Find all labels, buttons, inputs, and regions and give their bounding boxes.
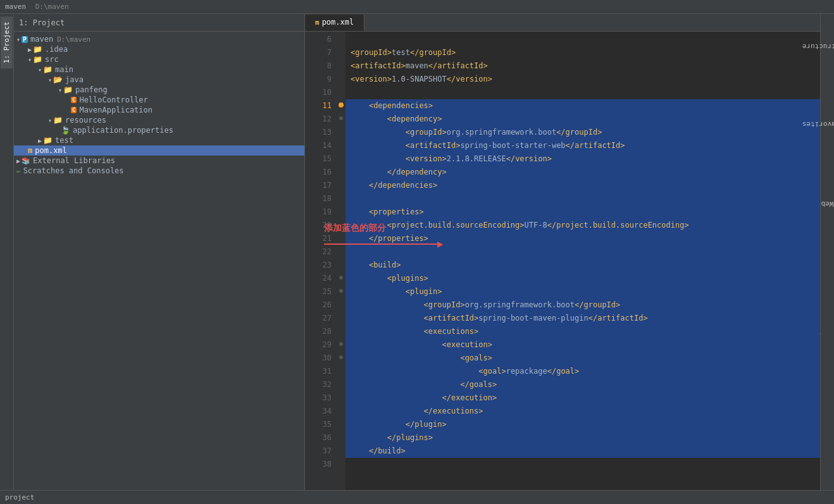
line-num-6: 6: [305, 33, 332, 46]
folder-icon-resources: 📁: [53, 116, 63, 125]
gutter-31: [337, 364, 345, 377]
project-title: maven: [5, 3, 26, 11]
code-line-27: <artifactId>spring-boot-maven-plugin</ar…: [345, 312, 820, 325]
properties-icon: 🍃: [61, 126, 70, 135]
right-tab-web[interactable]: Web: [816, 198, 834, 210]
tree-label-idea: .idea: [45, 45, 68, 54]
line-num-13: 13: [305, 126, 332, 139]
tree-item-hello[interactable]: C HelloController: [14, 95, 304, 105]
expand-arrow-src: ▾: [28, 56, 32, 63]
line-num-22: 22: [305, 245, 332, 259]
code-line-11: <dependencies>: [345, 99, 820, 113]
tab-pom-xml[interactable]: m pom.xml: [305, 15, 364, 31]
tree-item-pom[interactable]: m pom.xml: [14, 145, 304, 156]
tree-label-scratches: Scratches and Consoles: [23, 166, 124, 175]
code-line-13: <groupId>org.springframework.boot</group…: [345, 126, 820, 139]
fold-marker-30: [339, 355, 343, 359]
code-line-6: [345, 33, 820, 46]
code-line-28: <executions> ◄: [345, 325, 820, 338]
right-tab-favorites[interactable]: 2: Favorites: [797, 119, 834, 131]
code-line-15: <version>2.1.8.RELEASE</version>: [345, 152, 820, 166]
gutter-32: [337, 377, 345, 390]
code-line-37: </build>: [345, 445, 820, 458]
tree-item-main[interactable]: ▾ 📁 main: [14, 65, 304, 75]
bottom-bar-text: project: [5, 493, 34, 501]
gutter-14: [337, 138, 345, 151]
tree-label-src: src: [45, 55, 59, 64]
line-num-25: 25: [305, 285, 332, 298]
project-panel-header: 1: Project: [14, 14, 304, 32]
tree-item-ext-libs[interactable]: ▶ 📚 External Libraries: [14, 156, 304, 166]
tree-item-app-props[interactable]: 🍃 application.properties: [14, 125, 304, 135]
arrow-pointer: ◄: [819, 326, 820, 340]
code-line-16: </dependency>: [345, 166, 820, 179]
fold-marker-12: [339, 116, 343, 120]
line-num-34: 34: [305, 405, 332, 418]
project-tab[interactable]: 1: Project: [1, 16, 13, 68]
gutter-37: [337, 443, 345, 457]
tree-label-java: java: [65, 75, 84, 84]
tree-item-java[interactable]: ▾ 📂 java: [14, 75, 304, 85]
tree-label-maven-app: MavenApplication: [79, 106, 152, 114]
line-num-23: 23: [305, 259, 332, 272]
code-line-12: <dependency>: [345, 113, 820, 126]
tree-item-test[interactable]: ▶ 📁 test: [14, 135, 304, 145]
editor-area: 添加蓝色的部分 ▶ m pom.xml 6 7 8 9 10 11 12 13: [305, 14, 820, 490]
gutter-11: [337, 98, 345, 111]
gutter-18: [337, 191, 345, 204]
code-line-36: </plugins>: [345, 431, 820, 445]
tree-item-maven[interactable]: ▾ P maven D:\maven: [14, 34, 304, 44]
gutter-28: [337, 324, 345, 337]
code-line-30: <goals>: [345, 352, 820, 365]
right-tab-structure[interactable]: 7: Structure: [797, 40, 834, 52]
folder-icon-src: 📁: [33, 55, 42, 64]
gutter-27: [337, 310, 345, 324]
gutter-26: [337, 297, 345, 310]
line-num-17: 17: [305, 179, 332, 192]
gutter: [337, 32, 345, 490]
editor-tabs: m pom.xml: [305, 14, 820, 32]
tree-label-resources: resources: [65, 116, 106, 125]
tree-item-scratches[interactable]: ✏ Scratches and Consoles: [14, 166, 304, 176]
line-num-36: 36: [305, 431, 332, 445]
tree-item-resources[interactable]: ▾ 📁 resources: [14, 115, 304, 125]
code-line-19: <properties>: [345, 206, 820, 219]
line-num-27: 27: [305, 312, 332, 325]
gutter-8: [337, 58, 345, 71]
fold-marker-24: [339, 276, 343, 280]
folder-icon-panfeng: 📁: [63, 85, 73, 94]
gutter-9: [337, 71, 345, 85]
line-num-9: 9: [305, 73, 332, 86]
gutter-13: [337, 125, 345, 138]
line-num-26: 26: [305, 298, 332, 312]
folder-icon-java: 📂: [53, 75, 63, 84]
folder-icon-main: 📁: [43, 65, 53, 74]
code-line-34: </executions>: [345, 405, 820, 418]
gutter-38: [337, 457, 345, 470]
right-sidebar: 7: Structure 2: Favorites Web: [820, 14, 834, 490]
code-line-7: <groupId>test</groupId>: [345, 46, 820, 59]
line-num-21: 21: [305, 232, 332, 245]
line-num-24: 24: [305, 272, 332, 285]
gutter-33: [337, 390, 345, 403]
code-line-25: <plugin>: [345, 285, 820, 298]
fold-marker-29: [339, 342, 343, 346]
tree-item-panfeng[interactable]: ▾ 📁 panfeng: [14, 85, 304, 95]
java-icon-hello: C: [71, 97, 77, 103]
top-bar: maven D:\maven: [0, 0, 834, 14]
line-num-28: 28: [305, 325, 332, 338]
code-line-20: <project.build.sourceEncoding>UTF-8</pro…: [345, 219, 820, 232]
gutter-21: [337, 231, 345, 244]
code-line-29: <execution>: [345, 338, 820, 352]
expand-arrow-java: ▾: [48, 77, 52, 83]
code-line-17: </dependencies>: [345, 179, 820, 192]
project-panel: 1: Project ▾ P maven D:\maven ▶ 📁 .idea …: [14, 14, 305, 490]
code-line-10: [345, 86, 820, 99]
gutter-36: [337, 430, 345, 443]
code-line-14: <artifactId>spring-boot-starter-web</art…: [345, 139, 820, 152]
gutter-24: [337, 271, 345, 284]
tree-item-maven-app[interactable]: C MavenApplication: [14, 105, 304, 115]
tree-item-idea[interactable]: ▶ 📁 .idea: [14, 44, 304, 54]
pom-tab-icon: m: [315, 18, 320, 27]
tree-item-src[interactable]: ▾ 📁 src: [14, 54, 304, 65]
